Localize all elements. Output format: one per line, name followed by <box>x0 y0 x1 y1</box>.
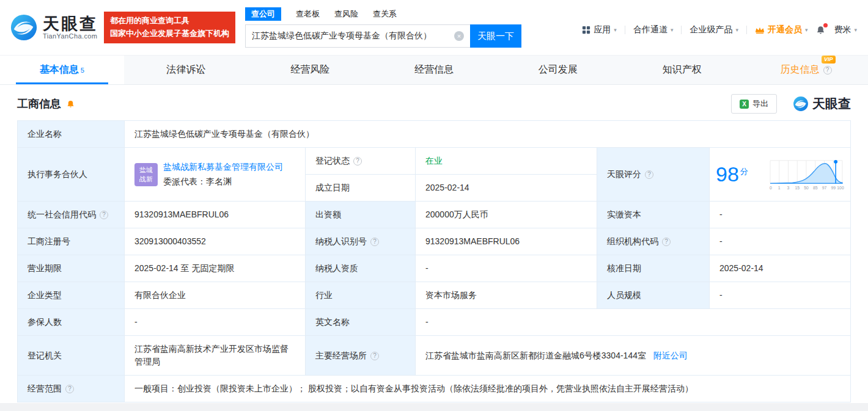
search-tab-company[interactable]: 查公司 <box>245 7 281 21</box>
nearby-companies-link[interactable]: 附近公司 <box>653 351 688 360</box>
label-text: 实缴资本 <box>607 209 641 219</box>
help-icon[interactable] <box>100 211 108 219</box>
subscribe-bell-icon[interactable] <box>66 100 75 109</box>
tab-basic-info-label: 基本信息 <box>40 64 79 76</box>
help-icon[interactable] <box>823 66 832 75</box>
tab-intellectual-property[interactable]: 知识产权 <box>620 56 744 84</box>
field-label-registration-status: 登记状态 <box>306 148 416 175</box>
nav-enterprise-label: 企业级产品 <box>690 24 732 35</box>
label-text: 统一社会信用代码 <box>28 209 96 219</box>
search-button[interactable]: 天眼一下 <box>470 24 521 48</box>
label-text: 登记状态 <box>315 156 350 165</box>
field-label-english-name: 英文名称 <box>306 309 416 336</box>
help-icon[interactable] <box>65 385 74 393</box>
label-text: 工商注册号 <box>28 236 70 246</box>
table-row: 工商注册号 320913000403552 纳税人识别号 91320913MAE… <box>18 228 851 255</box>
field-label-business-address: 主要经营场所 <box>306 336 416 376</box>
vip-badge: VIP <box>822 56 836 64</box>
value-text: 江苏省盐城市盐南高新区新都街道金融城6号楼3304-144室 <box>425 351 646 360</box>
export-button[interactable]: 导出 <box>731 94 777 114</box>
search-tab-risk[interactable]: 查风险 <box>334 9 358 20</box>
promo-badge: 都在用的商业查询工具 国家中小企业发展子基金旗下机构 <box>104 12 235 43</box>
tianyancha-logo[interactable]: 天眼查 TianYanCha.com <box>10 13 98 42</box>
tab-history-info[interactable]: 历史信息 VIP <box>744 56 868 84</box>
search-tab-boss[interactable]: 查老板 <box>296 9 320 20</box>
label-text: 成立日期 <box>315 183 350 192</box>
tab-operation-info[interactable]: 经营信息 <box>372 56 496 84</box>
field-value-business-address: 江苏省盐城市盐南高新区新都街道金融城6号楼3304-144室 附近公司 <box>416 336 851 376</box>
field-label-taxpayer-id: 纳税人识别号 <box>306 228 416 255</box>
tab-operation-risk[interactable]: 经营风险 <box>248 56 372 84</box>
search-input-wrap <box>245 24 470 48</box>
field-value-reg-authority: 江苏省盐南高新技术产业开发区市场监督管理局 <box>125 336 306 376</box>
chevron-down-icon <box>805 27 808 33</box>
svg-text:0: 0 <box>770 186 772 190</box>
field-label-executive-partner: 执行事务合伙人 <box>18 148 125 202</box>
notification-bell[interactable] <box>815 25 826 35</box>
field-value-paid-capital: - <box>710 202 851 228</box>
search-tab-relation[interactable]: 查关系 <box>373 9 397 20</box>
nav-cooperation[interactable]: 合作通道 <box>633 24 674 35</box>
search-tabs: 查公司 查老板 查风险 查关系 <box>245 7 521 21</box>
value-text: 320913000403552 <box>134 236 206 246</box>
help-icon[interactable] <box>370 352 379 360</box>
field-value-taxpayer-quality: - <box>416 255 597 282</box>
field-label-business-scope: 经营范围 <box>18 376 125 402</box>
nav-apps-label: 应用 <box>594 24 611 35</box>
partner-company-link[interactable]: 盐城战新私募基金管理有限公司 <box>163 161 283 173</box>
search-input[interactable] <box>252 31 454 41</box>
nav-apps[interactable]: 应用 <box>582 24 617 35</box>
score-wrap: 98分 <box>716 157 844 192</box>
excel-icon <box>740 100 749 109</box>
field-label-credit-code: 统一社会信用代码 <box>18 202 125 228</box>
tab-legal-proceedings[interactable]: 法律诉讼 <box>124 56 248 84</box>
nav-vip-membership[interactable]: 开通会员 <box>755 24 808 35</box>
nav-enterprise-products[interactable]: 企业级产品 <box>690 24 738 35</box>
tab-risk-label: 经营风险 <box>290 64 329 76</box>
field-label-insured-count: 参保人数 <box>18 309 125 336</box>
help-icon[interactable] <box>662 238 671 246</box>
value-text: 2025-02-14 <box>425 183 469 192</box>
field-value-company-type: 有限合伙企业 <box>125 282 306 309</box>
export-label: 导出 <box>752 98 768 109</box>
nav-user-account[interactable]: 费米 <box>834 24 857 35</box>
field-value-executive-partner: 盐城 战新 盐城战新私募基金管理有限公司 委派代表：李名渊 <box>125 148 306 202</box>
tab-history-label-wrap: 历史信息 VIP <box>781 64 820 76</box>
field-label-company-type: 企业类型 <box>18 282 125 309</box>
top-nav: 应用 合作通道 企业级产品 开通会员 <box>582 24 857 35</box>
svg-text:99: 99 <box>831 186 836 190</box>
table-row: 参保人数 - 英文名称 - <box>18 309 851 336</box>
label-text: 企业类型 <box>28 290 62 300</box>
help-icon[interactable] <box>370 238 379 246</box>
tianyancha-watermark: 天眼查 <box>793 95 851 112</box>
tab-basic-info[interactable]: 基本信息 5 <box>0 56 124 84</box>
tab-ip-label: 知识产权 <box>663 64 702 76</box>
nav-divider <box>746 26 747 34</box>
search-area: 查公司 查老板 查风险 查关系 天眼一下 <box>245 7 521 48</box>
label-text: 纳税人资质 <box>315 263 358 273</box>
field-label-industry: 行业 <box>306 282 416 309</box>
help-icon[interactable] <box>645 170 653 179</box>
value-text: 2025-02-14 至 无固定期限 <box>134 263 234 273</box>
help-icon[interactable] <box>353 157 362 165</box>
tab-company-development[interactable]: 公司发展 <box>496 56 620 84</box>
label-text: 营业期限 <box>28 263 62 273</box>
tab-operation-label: 经营信息 <box>414 64 454 76</box>
field-value-approval-date: 2025-02-14 <box>710 255 851 282</box>
tianyancha-logo-icon <box>10 13 38 42</box>
value-text: 资本市场服务 <box>425 290 477 300</box>
clear-search-icon[interactable] <box>454 31 464 41</box>
partner-logo-badge: 盐城 战新 <box>134 163 158 186</box>
field-value-industry: 资本市场服务 <box>416 282 597 309</box>
section-title: 工商信息 <box>17 96 61 111</box>
table-row: 登记机关 江苏省盐南高新技术产业开发区市场监督管理局 主要经营场所 江苏省盐城市… <box>18 336 851 376</box>
tab-history-label: 历史信息 <box>781 64 820 75</box>
table-row: 营业期限 2025-02-14 至 无固定期限 纳税人资质 - 核准日期 202… <box>18 255 851 282</box>
nav-divider <box>625 26 625 34</box>
tab-basic-info-count: 5 <box>81 67 84 74</box>
field-label-approval-date: 核准日期 <box>597 255 710 282</box>
section-tools: 导出 天眼查 <box>731 94 851 114</box>
field-value-credit-code: 91320913MAEBFRUL06 <box>125 202 306 228</box>
promo-line2: 国家中小企业发展子基金旗下机构 <box>110 27 229 40</box>
value-text: 2025-02-14 <box>719 263 763 273</box>
